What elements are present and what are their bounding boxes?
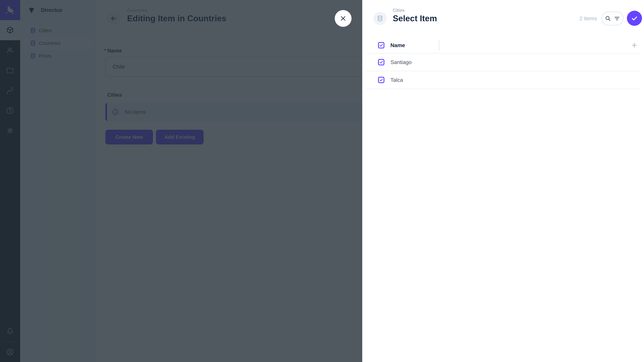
drawer-title: Select Item: [393, 13, 437, 23]
items-count: 2 Items: [580, 0, 597, 37]
row-name: Talca: [390, 77, 403, 83]
confirm-selection-button[interactable]: [627, 11, 642, 26]
row-name: Santiago: [390, 59, 412, 65]
search-filter-pill: [602, 11, 624, 25]
column-divider[interactable]: [439, 40, 440, 51]
table-row[interactable]: Santiago: [366, 54, 640, 71]
select-all-checkbox[interactable]: [378, 42, 384, 48]
items-table: Name Santiago: [366, 37, 640, 89]
drawer-header: Cities Select Item 2 Items: [362, 0, 644, 37]
add-column-button[interactable]: [630, 41, 638, 49]
table-header-row: Name: [366, 37, 640, 54]
select-item-drawer: Cities Select Item 2 Items: [362, 0, 644, 362]
column-header-name[interactable]: Name: [390, 42, 405, 48]
row-checkbox[interactable]: [378, 59, 384, 65]
table-row[interactable]: Talca: [366, 71, 640, 89]
close-button[interactable]: [335, 10, 352, 27]
database-icon: [376, 15, 384, 22]
drawer-collection-label: Cities: [393, 8, 437, 13]
search-icon: [604, 15, 611, 22]
filter-icon: [614, 15, 620, 22]
close-icon: [340, 15, 347, 22]
row-checkbox[interactable]: [378, 77, 384, 83]
collection-icon-circle: [373, 12, 387, 25]
check-icon: [630, 14, 638, 22]
plus-icon: [630, 41, 638, 49]
app-screen: Directus Cities: [0, 0, 644, 362]
search-button[interactable]: [604, 15, 611, 22]
filter-button[interactable]: [614, 15, 620, 22]
